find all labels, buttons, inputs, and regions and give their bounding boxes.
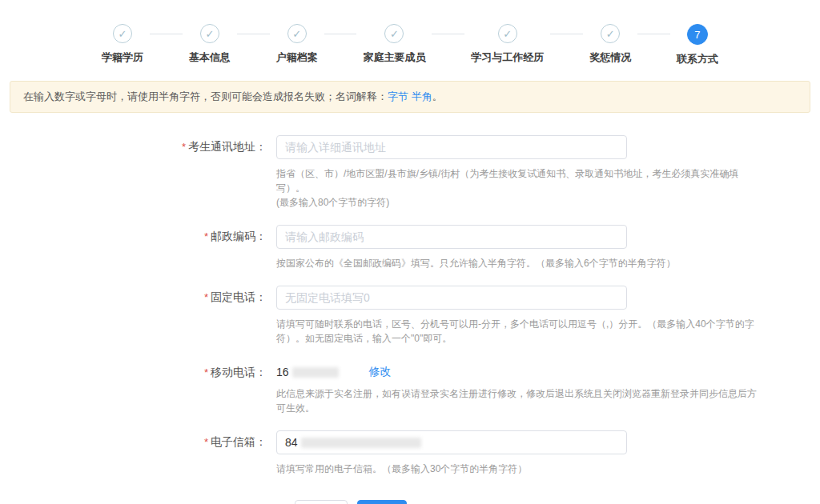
address-help: 指省（区、市）/地市区盟/县市旗/乡镇/街村（为考生接收复试通知书、录取通知书地… xyxy=(276,166,757,210)
check-icon: ✓ xyxy=(498,24,517,43)
mobile-label: *移动电话： xyxy=(0,361,276,415)
email-value: 84 xyxy=(285,436,298,449)
notice-bar: 在输入数字或字母时，请使用半角字符，否则可能会造成报名失败；名词解释：字节 半角… xyxy=(10,81,810,113)
required-asterisk: * xyxy=(204,230,208,242)
email-help: 请填写常用的电子信箱。（最多输入30个字节的半角字符） xyxy=(276,462,757,476)
next-step-button[interactable]: 下一步 xyxy=(357,500,407,504)
notice-text: 在输入数字或字母时，请使用半角字符，否则可能会造成报名失败；名词解释： xyxy=(23,90,388,102)
required-asterisk: * xyxy=(204,436,208,448)
address-input[interactable] xyxy=(276,135,627,159)
field-row-email: *电子信箱： 84 请填写常用的电子信箱。（最多输入30个字节的半角字符） xyxy=(0,430,820,476)
step-item-6[interactable]: ✓ 奖惩情况 xyxy=(589,24,631,65)
step-label: 户籍档案 xyxy=(276,50,318,65)
step-item-1[interactable]: ✓ 学籍学历 xyxy=(102,24,143,65)
mobile-help: 此信息来源于实名注册，如有误请登录实名注册进行修改，修改后退出系统且关闭浏览器重… xyxy=(276,386,757,415)
step-item-4[interactable]: ✓ 家庭主要成员 xyxy=(363,24,425,65)
email-redacted-blur xyxy=(301,438,421,448)
step-connector xyxy=(150,34,183,34)
field-row-mobile: *移动电话： 16 修改 此信息来源于实名注册，如有误请登录实名注册进行修改，修… xyxy=(0,361,820,415)
step-connector xyxy=(550,34,583,34)
field-row-address: *考生通讯地址： 指省（区、市）/地市区盟/县市旗/乡镇/街村（为考生接收复试通… xyxy=(0,135,820,210)
postcode-label: *邮政编码： xyxy=(0,225,276,270)
mobile-redacted-blur xyxy=(292,367,339,378)
link-byte-definition[interactable]: 字节 xyxy=(388,90,408,102)
contact-info-form: *考生通讯地址： 指省（区、市）/地市区盟/县市旗/乡镇/街村（为考生接收复试通… xyxy=(0,135,820,504)
check-icon: ✓ xyxy=(384,24,404,43)
modify-mobile-link[interactable]: 修改 xyxy=(369,365,392,379)
step-label: 联系方式 xyxy=(677,52,718,66)
step-connector xyxy=(324,34,357,34)
postcode-help: 按国家公布的《全国邮政编码》填写。只允许输入半角字符。（最多输入6个字节的半角字… xyxy=(276,256,757,270)
form-actions: 上一步 下一步 xyxy=(295,500,820,504)
step-item-5[interactable]: ✓ 学习与工作经历 xyxy=(471,24,544,65)
email-input[interactable]: 84 xyxy=(276,430,627,454)
step-connector xyxy=(637,34,670,34)
step-connector xyxy=(432,34,464,34)
step-item-2[interactable]: ✓ 基本信息 xyxy=(189,24,231,65)
step-indicator: ✓ 学籍学历 ✓ 基本信息 ✓ 户籍档案 ✓ 家庭主要成员 ✓ 学习与工作经历 … xyxy=(102,0,718,66)
address-label: *考生通讯地址： xyxy=(0,135,276,210)
step-item-7-current[interactable]: 7 联系方式 xyxy=(677,24,718,66)
landline-input[interactable] xyxy=(276,286,627,310)
mobile-value: 16 xyxy=(276,366,289,378)
email-label: *电子信箱： xyxy=(0,430,276,476)
check-icon: ✓ xyxy=(200,24,219,43)
postcode-input[interactable] xyxy=(276,225,627,249)
field-row-postcode: *邮政编码： 按国家公布的《全国邮政编码》填写。只允许输入半角字符。（最多输入6… xyxy=(0,225,820,270)
step-label: 学籍学历 xyxy=(102,50,143,65)
previous-step-button[interactable]: 上一步 xyxy=(295,500,348,504)
step-number-badge: 7 xyxy=(687,24,708,45)
check-icon: ✓ xyxy=(113,24,132,43)
required-asterisk: * xyxy=(182,141,186,153)
required-asterisk: * xyxy=(204,291,208,303)
notice-text-suffix: 。 xyxy=(432,90,443,102)
landline-help: 请填写可随时联系的电话，区号、分机号可以用-分开，多个电话可以用逗号（,）分开。… xyxy=(276,317,757,346)
step-label: 学习与工作经历 xyxy=(471,50,544,65)
step-label: 奖惩情况 xyxy=(589,50,631,65)
step-item-3[interactable]: ✓ 户籍档案 xyxy=(276,24,318,65)
landline-label: *固定电话： xyxy=(0,286,276,346)
check-icon: ✓ xyxy=(287,24,307,43)
step-connector xyxy=(237,34,270,34)
step-label: 家庭主要成员 xyxy=(363,50,425,65)
link-halfwidth-definition[interactable]: 半角 xyxy=(412,90,432,102)
step-label: 基本信息 xyxy=(189,50,231,65)
field-row-landline: *固定电话： 请填写可随时联系的电话，区号、分机号可以用-分开，多个电话可以用逗… xyxy=(0,286,820,346)
check-icon: ✓ xyxy=(601,24,620,43)
required-asterisk: * xyxy=(204,366,208,378)
